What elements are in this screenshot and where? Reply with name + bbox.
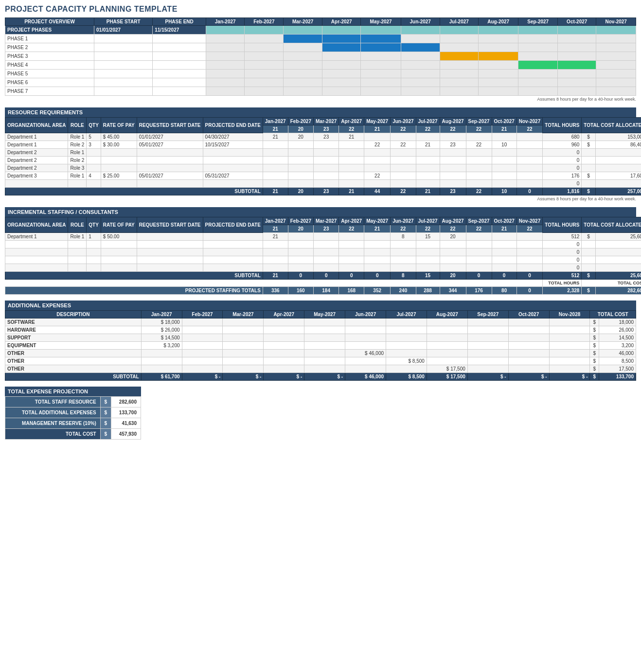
is-hour-cell — [492, 233, 516, 241]
gantt-phase-name: PHASE 3 — [5, 52, 94, 61]
is-hour-cell — [339, 264, 364, 272]
table-row: SOFTWARE$ 18,000$18,000 — [5, 318, 636, 326]
rr-hour-cell — [440, 164, 466, 172]
is-col-feb: Feb-2027 — [288, 217, 313, 225]
col-jun27: Jun-2027 — [401, 18, 440, 26]
is-hour-cell — [466, 233, 492, 241]
gantt-cell — [440, 87, 478, 96]
tep-label: TOTAL COST — [5, 429, 101, 440]
rr-total-cost: 17,600 — [595, 172, 641, 180]
gantt-cell — [596, 43, 636, 52]
gantt-cell — [401, 61, 440, 70]
rr-hour-cell — [516, 141, 542, 149]
project-overview-section: PROJECT OVERVIEW PHASE START PHASE END J… — [5, 18, 636, 102]
rr-col-feb: Feb-2027 — [288, 118, 313, 125]
tep-dollar: $ — [100, 429, 111, 440]
rr-hour-cell — [466, 157, 492, 164]
is-cell: $ 50.00 — [101, 233, 137, 241]
is-cell — [137, 241, 203, 248]
gantt-cell — [206, 61, 245, 70]
is-cell — [5, 256, 68, 264]
ae-total: 3,200 — [599, 342, 636, 350]
gantt-cell — [322, 35, 361, 43]
gantt-cell — [518, 70, 558, 78]
rr-total-hours: 176 — [543, 172, 582, 180]
rr-hour-cell: 22 — [364, 172, 391, 180]
gantt-phase-name: PROJECT PHASES — [5, 26, 94, 35]
rr-dollar-sign: $ — [582, 172, 595, 180]
ae-col-total: TOTAL COST — [590, 311, 636, 318]
is-col-aug: Aug-2027 — [440, 217, 466, 225]
rr-hour-cell — [466, 164, 492, 172]
gantt-table: PROJECT OVERVIEW PHASE START PHASE END J… — [5, 18, 636, 96]
gantt-cell — [245, 26, 284, 35]
ae-desc: HARDWARE — [5, 326, 142, 334]
ae-value-cell — [549, 334, 590, 342]
rr-col-proj-end: PROJECTED END DATE — [203, 118, 263, 133]
is-hour-cell — [364, 248, 391, 256]
ae-value-cell — [508, 318, 549, 326]
is-hour-cell — [466, 248, 492, 256]
is-cell — [5, 264, 68, 272]
gantt-cell — [440, 52, 478, 61]
ae-value-cell — [427, 334, 467, 342]
ae-value-cell — [549, 365, 590, 373]
rr-hour-cell — [339, 157, 364, 164]
is-cell — [87, 248, 101, 256]
table-row: 0- — [5, 180, 641, 188]
rr-hour-cell — [313, 164, 338, 172]
is-cell — [101, 241, 137, 248]
table-row: 0- — [5, 241, 641, 248]
rr-col-jan: Jan-2027 — [263, 118, 288, 125]
table-row: Department 3Role 14$ 25.0005/01/202705/3… — [5, 172, 641, 180]
gantt-cell — [361, 61, 401, 70]
gantt-cell — [322, 61, 361, 70]
rr-hour-cell — [288, 172, 313, 180]
gantt-cell — [596, 26, 636, 35]
gantt-cell — [284, 52, 322, 61]
rr-hour-cell — [391, 180, 416, 188]
gantt-phase-name: PHASE 1 — [5, 35, 94, 43]
rr-hour-cell — [440, 149, 466, 157]
ae-value-cell — [386, 342, 427, 350]
total-expense-section: TOTAL EXPENSE PROJECTION TOTAL STAFF RES… — [5, 387, 636, 440]
gantt-cell — [322, 78, 361, 87]
resource-req-table: ORGANIZATIONAL AREA ROLE QTY RATE OF PAY… — [5, 117, 641, 195]
rr-hour-cell — [492, 164, 516, 172]
rr-cell: Role 1 — [68, 149, 87, 157]
ae-value-cell — [182, 342, 223, 350]
is-total-cost-label: TOTAL COST — [582, 280, 641, 287]
is-cell — [68, 264, 87, 272]
is-col-jun: Jun-2027 — [391, 217, 416, 225]
rr-hour-cell — [391, 149, 416, 157]
rr-total-hours: 0 — [543, 149, 582, 157]
rr-hour-cell: 22 — [466, 141, 492, 149]
rr-hour-cell — [263, 164, 288, 172]
ae-value-cell — [223, 326, 264, 334]
is-total-hours-label: TOTAL HOURS — [543, 280, 582, 287]
gantt-phase-start — [94, 87, 153, 96]
ae-value-cell — [182, 326, 223, 334]
gantt-phase-name: PHASE 2 — [5, 43, 94, 52]
ae-value-cell — [223, 357, 264, 365]
gantt-cell — [558, 52, 596, 61]
gantt-cell — [596, 78, 636, 87]
gantt-cell — [401, 78, 440, 87]
ae-desc: OTHER — [5, 365, 142, 373]
gantt-phase-start — [94, 70, 153, 78]
ae-col-apr: Apr-2027 — [264, 311, 304, 318]
rr-col-qty: QTY — [87, 118, 101, 133]
ae-value-cell: $ 17,500 — [427, 365, 467, 373]
table-row: 0- — [5, 248, 641, 256]
ae-value-cell — [467, 350, 508, 357]
rr-total-cost: - — [595, 149, 641, 157]
ae-value-cell — [508, 326, 549, 334]
rr-subtotal-row: SUBTOTAL2120232144222123221001,816$257,0… — [5, 188, 641, 195]
is-hour-cell — [263, 241, 288, 248]
rr-dollar-sign — [582, 164, 595, 172]
ae-value-cell — [304, 342, 345, 350]
is-cell: Department 1 — [5, 233, 68, 241]
rr-hour-cell — [416, 180, 440, 188]
rr-days-jul: 22 — [416, 125, 440, 133]
ae-value-cell — [386, 318, 427, 326]
